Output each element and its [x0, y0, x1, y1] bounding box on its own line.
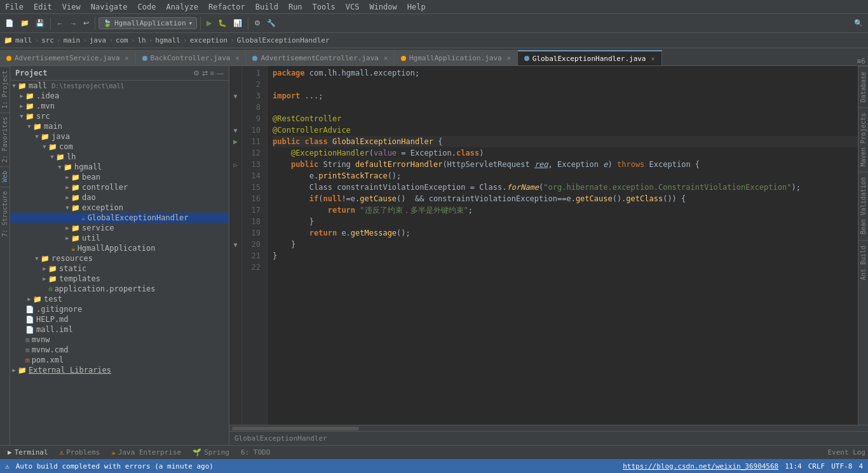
bottom-tab-java-enterprise[interactable]: ☕ Java Enterprise: [106, 447, 186, 458]
tree-item-controller[interactable]: ▶ 📁 controller: [10, 182, 229, 192]
tree-item-global-exception-handler[interactable]: ☕ GlobalExceptionHandler: [10, 213, 229, 223]
toolbar-run-with-coverage-btn[interactable]: 📊: [231, 18, 245, 29]
path-file[interactable]: GlobalExceptionHandler: [237, 36, 330, 44]
tab-global-exception-handler[interactable]: GlobalExceptionHandler.java ×: [518, 50, 662, 65]
path-com[interactable]: com: [116, 36, 128, 44]
right-tab-ant[interactable]: Ant Build: [858, 240, 868, 285]
tab-close-back-controller[interactable]: ×: [235, 55, 239, 62]
menu-run[interactable]: Run: [283, 1, 308, 13]
menu-view[interactable]: View: [57, 1, 86, 13]
tree-item-mvn[interactable]: ▶ 📁 .mvn: [10, 101, 229, 111]
tree-item-hgmall-app[interactable]: ☕ HgmallApplication: [10, 243, 229, 253]
tree-item-mvnwcmd[interactable]: m mvnw.cmd: [10, 345, 229, 355]
toolbar-settings-btn[interactable]: ⚙: [252, 18, 263, 29]
tree-item-pomxml[interactable]: m pom.xml: [10, 355, 229, 365]
toolbar-run-btn[interactable]: ▶: [204, 18, 214, 29]
tab-close-global-exception-handler[interactable]: ×: [651, 55, 655, 62]
tab-close-hgmall-application[interactable]: ×: [507, 55, 511, 62]
tree-item-gitignore[interactable]: 📄 .gitignore: [10, 304, 229, 314]
path-mall[interactable]: mall: [15, 36, 32, 44]
toolbar-save-btn[interactable]: 💾: [33, 18, 47, 29]
path-hgmall[interactable]: hgmall: [155, 36, 180, 44]
bottom-tab-problems[interactable]: ⚠ Problems: [55, 447, 105, 458]
tree-item-dao[interactable]: ▶ 📁 dao: [10, 192, 229, 203]
tree-item-java[interactable]: ▼ 📁 java: [10, 131, 229, 142]
menu-window[interactable]: Window: [364, 1, 402, 13]
panel-cog-btn[interactable]: ⚙: [193, 69, 200, 77]
tree-item-mvnw[interactable]: m mvnw: [10, 335, 229, 345]
tree-item-com[interactable]: ▼ 📁 com: [10, 142, 229, 152]
path-src[interactable]: src: [41, 36, 54, 44]
tab-close-advertisement-controller[interactable]: ×: [384, 55, 388, 62]
horizontal-scrollbar[interactable]: [232, 427, 359, 430]
tab-advertisement-controller[interactable]: AdvertisementController.java ×: [246, 50, 394, 65]
tree-item-static[interactable]: ▶ 📁 static: [10, 263, 229, 274]
toolbar-sdk-btn[interactable]: 🔧: [264, 18, 278, 29]
tree-item-malliml[interactable]: 📄 mall.iml: [10, 324, 229, 335]
menu-code[interactable]: Code: [133, 1, 161, 13]
path-exception[interactable]: exception: [190, 36, 228, 44]
panel-gear-btn[interactable]: ≡: [210, 69, 214, 77]
toolbar-back-btn[interactable]: ←: [54, 18, 66, 29]
tree-item-exception[interactable]: ▼ 📁 exception: [10, 203, 229, 213]
status-crlf[interactable]: CRLF: [808, 462, 825, 470]
menu-analyze[interactable]: Analyze: [161, 1, 203, 13]
menu-refactor[interactable]: Refactor: [203, 1, 250, 13]
gutter-item-10[interactable]: ▼: [230, 124, 241, 136]
status-encoding[interactable]: UTF-8: [831, 462, 852, 470]
menu-edit[interactable]: Edit: [29, 1, 57, 13]
tree-item-main[interactable]: ▼ 📁 main: [10, 121, 229, 131]
tab-advertisement-service[interactable]: AdvertisementService.java ×: [0, 50, 136, 65]
run-config-selector[interactable]: 🍃 HgmallApplication ▾: [98, 17, 197, 29]
tree-item-hgmall[interactable]: ▼ 📁 hgmall: [10, 162, 229, 172]
toolbar-undo-btn[interactable]: ↩: [81, 18, 92, 29]
tree-item-lh[interactable]: ▼ 📁 lh: [10, 152, 229, 162]
tab-close-advertisement-service[interactable]: ×: [125, 55, 129, 62]
tree-item-idea[interactable]: ▶ 📁 .idea: [10, 91, 229, 101]
tree-item-mall[interactable]: ▼ 📁 mall D:\testproject\mall: [10, 81, 229, 91]
gutter-item-11-run[interactable]: ▶: [230, 136, 241, 147]
menu-build[interactable]: Build: [250, 1, 283, 13]
bottom-tab-terminal[interactable]: ▶ Terminal: [3, 447, 53, 458]
status-url[interactable]: https://blog.csdn.net/weixin_36904568: [623, 462, 778, 470]
menu-file[interactable]: File: [0, 1, 29, 13]
toolbar-open-btn[interactable]: 📁: [18, 18, 32, 29]
bottom-tab-spring[interactable]: 🌱 Spring: [187, 447, 234, 458]
panel-sync-btn[interactable]: ⇄: [202, 69, 208, 77]
tree-item-src[interactable]: ▼ 📁 src: [10, 111, 229, 121]
tree-item-resources[interactable]: ▼ 📁 resources: [10, 253, 229, 263]
bottom-tab-todo[interactable]: 6: TODO: [236, 447, 275, 458]
tab-back-controller[interactable]: BackController.java ×: [136, 50, 247, 65]
toolbar-new-btn[interactable]: 📄: [3, 18, 17, 29]
gutter-item-3[interactable]: ▼: [230, 90, 241, 102]
menu-navigate[interactable]: Navigate: [86, 1, 133, 13]
menu-tools[interactable]: Tools: [308, 1, 341, 13]
right-tab-database[interactable]: Database: [858, 66, 868, 107]
tree-item-app-props[interactable]: ⚙ application.properties: [10, 284, 229, 294]
tree-item-service[interactable]: ▶ 📁 service: [10, 223, 229, 233]
path-java[interactable]: java: [90, 36, 107, 44]
tab-overflow-indicator[interactable]: ≡6: [857, 57, 865, 65]
path-main[interactable]: main: [64, 36, 81, 44]
tab-hgmall-application[interactable]: HgmallApplication.java ×: [395, 50, 518, 65]
toolbar-forward-btn[interactable]: →: [67, 18, 79, 29]
left-vtab-favorites[interactable]: 2: Favorites: [0, 112, 10, 166]
tree-item-bean[interactable]: ▶ 📁 bean: [10, 172, 229, 182]
event-log-btn[interactable]: Event Log: [827, 448, 865, 456]
gutter-item-20[interactable]: ▼: [230, 239, 241, 250]
right-tab-maven[interactable]: Maven Projects: [858, 107, 868, 171]
toolbar-search-everywhere-btn[interactable]: 🔍: [851, 18, 865, 29]
menu-vcs[interactable]: VCS: [341, 1, 365, 13]
tree-item-templates[interactable]: ▶ 📁 templates: [10, 274, 229, 284]
right-tab-bean[interactable]: Bean Validation: [858, 171, 868, 239]
left-vtab-project[interactable]: 1: Project: [0, 66, 10, 112]
toolbar-debug-btn[interactable]: 🐛: [215, 18, 229, 29]
panel-minimize-btn[interactable]: —: [217, 69, 224, 77]
tree-item-helpmd[interactable]: 📄 HELP.md: [10, 314, 229, 324]
left-vtab-web[interactable]: Web: [0, 166, 10, 186]
tree-item-util[interactable]: ▶ 📁 util: [10, 233, 229, 243]
tree-item-ext-libs[interactable]: ▶ 📁 External Libraries: [10, 365, 229, 375]
path-lh[interactable]: lh: [137, 36, 146, 44]
tree-item-test[interactable]: ▶ 📁 test: [10, 294, 229, 304]
left-vtab-structure[interactable]: 7: Structure: [0, 187, 10, 241]
